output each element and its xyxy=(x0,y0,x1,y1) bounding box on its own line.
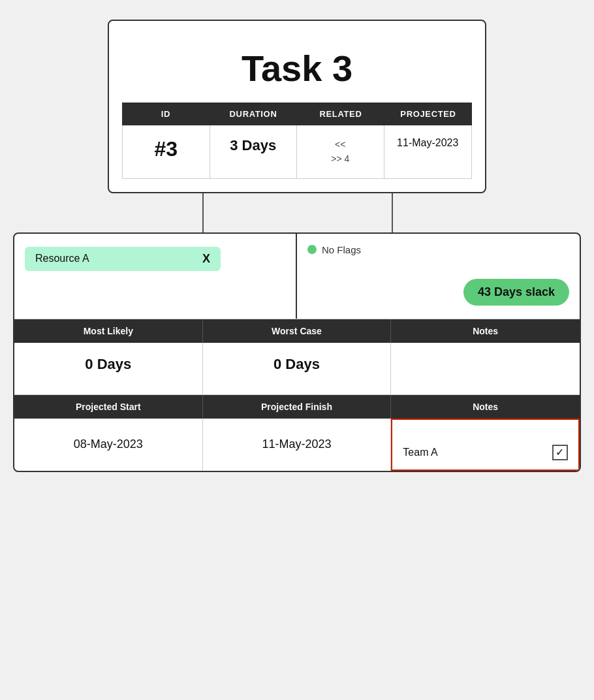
team-a-checkbox[interactable]: ✓ xyxy=(552,445,568,460)
task-id: #3 xyxy=(123,125,210,178)
val-worst-case: 0 Days xyxy=(203,343,392,394)
val-proj-start: 08-May-2023 xyxy=(14,419,203,471)
team-a-label: Team A xyxy=(403,447,437,458)
flag-dot-icon xyxy=(307,245,317,254)
ps-row: 08-May-2023 11-May-2023 Team A ✓ xyxy=(14,419,580,471)
val-proj-finish: 11-May-2023 xyxy=(203,419,392,471)
connector-line-right xyxy=(392,193,393,232)
val-notes-mlwc xyxy=(391,343,580,394)
slack-badge: 43 Days slack xyxy=(463,279,569,306)
checkbox-checkmark: ✓ xyxy=(555,446,564,458)
team-a-row: Team A ✓ xyxy=(400,441,571,464)
page-container: Task 3 ID DURATION RELATED PROJECTED #3 … xyxy=(13,20,581,472)
resource-remove-button[interactable]: X xyxy=(202,252,210,266)
ps-header: Projected Start Projected Finish Notes xyxy=(14,395,580,419)
header-worst-case: Worst Case xyxy=(203,319,392,343)
header-projected: PROJECTED xyxy=(384,103,472,125)
mlwc-header: Most Likely Worst Case Notes xyxy=(14,319,580,343)
bottom-card: Resource A X No Flags 43 Days slack Most… xyxy=(13,232,581,472)
header-proj-start: Projected Start xyxy=(14,395,203,419)
header-most-likely: Most Likely xyxy=(14,319,203,343)
resource-label: Resource A xyxy=(35,253,89,264)
resource-cell: Resource A X xyxy=(14,234,297,319)
header-id: ID xyxy=(122,103,210,125)
task-duration: 3 Days xyxy=(210,125,298,178)
header-duration: DURATION xyxy=(210,103,297,125)
task-title-card: Task 3 ID DURATION RELATED PROJECTED #3 … xyxy=(108,20,486,193)
resource-tag[interactable]: Resource A X xyxy=(25,247,221,271)
task-related: << >> 4 xyxy=(297,125,384,178)
val-most-likely: 0 Days xyxy=(14,343,203,394)
header-proj-notes: Notes xyxy=(391,395,580,419)
mlwc-row: 0 Days 0 Days xyxy=(14,343,580,395)
header-related: RELATED xyxy=(297,103,384,125)
no-flags-row: No Flags xyxy=(307,244,361,255)
flags-cell: No Flags 43 Days slack xyxy=(297,234,580,319)
task-meta-row: #3 3 Days << >> 4 11-May-2023 xyxy=(122,125,472,179)
task-projected: 11-May-2023 xyxy=(384,125,472,178)
connector-line-left xyxy=(202,193,204,232)
header-proj-finish: Projected Finish xyxy=(203,395,392,419)
resource-flags-row: Resource A X No Flags 43 Days slack xyxy=(14,234,580,319)
header-notes: Notes xyxy=(391,319,580,343)
val-proj-notes-team: Team A ✓ xyxy=(391,419,580,471)
connector-area xyxy=(108,193,486,232)
no-flags-label: No Flags xyxy=(322,244,361,255)
task-meta-header: ID DURATION RELATED PROJECTED xyxy=(122,103,472,125)
task-title: Task 3 xyxy=(122,47,472,89)
